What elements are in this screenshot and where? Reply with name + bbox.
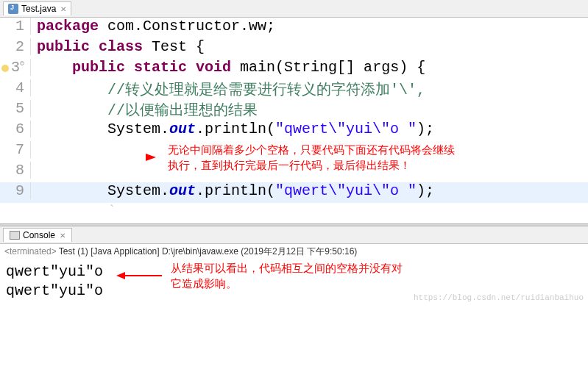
code-line-5: //以便输出理想的结果 [31, 100, 258, 120]
line-number: 5 [0, 100, 31, 117]
editor-tab-bar: Test.java ✕ [0, 0, 588, 18]
arrow-left-icon [116, 272, 162, 279]
line-number: 8 [0, 162, 31, 179]
close-icon[interactable]: ✕ [60, 232, 65, 240]
code-line-3: public static void main(String[] args) { [31, 59, 425, 76]
code-line-4: //转义处理就是给需要进行转义的字符添加'\', [31, 79, 425, 99]
code-line-10: ` [31, 203, 116, 220]
arrow-right-icon [146, 154, 156, 161]
console-run-header: <terminated> Test (1) [Java Application]… [0, 244, 588, 259]
line-number: 1 [0, 18, 31, 35]
java-file-icon [8, 4, 18, 14]
watermark: https://blog.csdn.net/ruidianbaihuo [414, 293, 584, 302]
line-number: 3⊝ [0, 59, 31, 76]
line-number: 6 [0, 121, 31, 137]
console-tab[interactable]: Console ✕ [3, 228, 72, 242]
line-number: 4 [0, 79, 31, 96]
console-icon [10, 231, 20, 240]
annotation-text-1: 无论中间隔着多少个空格，只要代码下面还有代码将会继续 执行，直到执行完最后一行代… [168, 143, 565, 173]
code-line-6: System.out.println("qwert\"yui\"o "); [31, 121, 434, 137]
code-line-1: package com.Constructor.ww; [31, 18, 275, 35]
code-line-9: System.out.println("qwert\"yui\"o "); [31, 182, 434, 199]
console-tab-bar: Console ✕ [0, 226, 588, 244]
annotation-arrow-2 [116, 268, 162, 284]
line-number: 7 [0, 141, 31, 158]
editor-tab[interactable]: Test.java ✕ [3, 1, 71, 15]
line-number: 9 [0, 182, 31, 199]
console-output[interactable]: qwert"yui"o qwert"yui"o 从结果可以看出，代码相互之间的空… [0, 259, 588, 304]
code-editor[interactable]: 1 package com.Constructor.ww; 2 public c… [0, 18, 588, 223]
tab-file-name: Test.java [21, 4, 56, 14]
line-number: 2 [0, 38, 31, 55]
code-line-2: public class Test { [31, 38, 205, 55]
annotation-text-2: 从结果可以看出，代码相互之间的空格并没有对 它造成影响。 [171, 261, 487, 292]
close-icon[interactable]: ✕ [60, 5, 66, 13]
console-tab-label: Console [23, 230, 55, 240]
annotation-arrow-1 [146, 148, 156, 164]
